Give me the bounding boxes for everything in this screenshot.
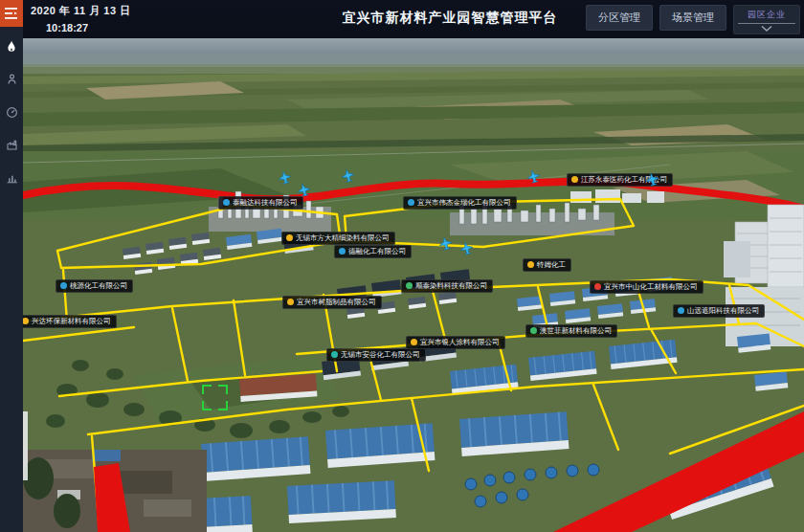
company-name: 宜兴市伟杰金瑞化工有限公司	[417, 198, 511, 207]
company-label[interactable]: 顺泰染料科技有限公司	[401, 279, 493, 293]
current-time: 10:18:27	[46, 22, 131, 33]
platform-title: 宜兴市新材料产业园智慧管理平台	[343, 10, 558, 27]
company-label[interactable]: 澳世菲新材料有限公司	[525, 324, 617, 338]
gauge-icon	[5, 105, 19, 120]
current-date: 2020 年 11 月 13 日	[31, 4, 131, 18]
company-name: 泰融达科技有限公司	[233, 198, 298, 207]
topbar-actions: 分区管理 场景管理 园区企业	[586, 5, 800, 34]
company-name: 宜兴市树脂制品有限公司	[297, 298, 376, 306]
company-label[interactable]: 山远遮阳科技有限公司	[673, 304, 765, 318]
park-enterprise-dropdown[interactable]: 园区企业	[733, 5, 800, 34]
company-label[interactable]: 无锡市安谷化工有限公司	[326, 348, 426, 362]
company-marker-icon	[60, 282, 67, 289]
company-label[interactable]: 桃源化工有限公司	[56, 279, 133, 293]
company-name: 桃源化工有限公司	[70, 281, 127, 290]
company-name: 特姆化工	[537, 260, 566, 269]
company-name: 宜兴市中山化工材料有限公司	[604, 282, 698, 291]
company-name: 宜兴市银人涂料有限公司	[420, 338, 500, 346]
company-marker-icon	[530, 327, 537, 334]
company-label[interactable]: 宜兴市银人涂料有限公司	[406, 336, 505, 349]
hamburger-icon	[5, 8, 18, 19]
scene-manage-button[interactable]: 场景管理	[659, 5, 726, 31]
company-name: 德融化工有限公司	[348, 247, 406, 255]
company-name: 顺泰染料科技有限公司	[415, 281, 487, 290]
flame-icon	[4, 38, 19, 55]
map-3d-view[interactable]: 泰融达科技有限公司宜兴市伟杰金瑞化工有限公司无锡市方大精细染料有限公司德融化工有…	[23, 38, 804, 532]
company-label[interactable]: 泰融达科技有限公司	[218, 196, 303, 210]
company-marker-icon	[223, 199, 230, 206]
company-label[interactable]: 德融化工有限公司	[334, 245, 412, 258]
sidebar	[0, 0, 23, 532]
menu-toggle-button[interactable]	[0, 0, 23, 27]
zone-manage-button[interactable]: 分区管理	[586, 5, 653, 31]
company-marker-icon	[286, 234, 293, 241]
company-marker-icon	[594, 283, 601, 290]
datetime-block: 2020 年 11 月 13 日 10:18:27	[31, 4, 131, 33]
company-name: 澳世菲新材料有限公司	[540, 326, 612, 335]
company-name: 无锡市安谷化工有限公司	[341, 350, 420, 359]
person-icon	[5, 72, 19, 87]
dropdown-divider	[738, 23, 795, 24]
factory-icon	[5, 138, 19, 152]
company-marker-icon	[678, 307, 684, 314]
company-marker-icon	[287, 299, 294, 305]
company-marker-icon	[339, 248, 346, 255]
company-marker-icon	[23, 318, 29, 324]
company-marker-icon	[411, 339, 417, 345]
company-label[interactable]: 宜兴市伟杰金瑞化工有限公司	[403, 196, 517, 210]
company-label[interactable]: 兴达环保新材料有限公司	[23, 315, 117, 328]
company-marker-icon	[408, 199, 414, 206]
dropdown-selected-value: 园区企业	[744, 8, 790, 23]
company-name: 山远遮阳科技有限公司	[687, 306, 759, 315]
company-marker-icon	[406, 282, 413, 289]
company-label[interactable]: 宜兴市树脂制品有限公司	[282, 296, 382, 309]
top-bar: 2020 年 11 月 13 日 10:18:27 宜兴市新材料产业园智慧管理平…	[23, 0, 804, 38]
company-marker-icon	[331, 351, 338, 358]
company-marker-icon	[527, 261, 534, 268]
sidebar-item-personnel[interactable]	[0, 67, 23, 92]
sidebar-item-monitor[interactable]	[0, 100, 23, 124]
company-name: 无锡市方大精细染料有限公司	[296, 233, 390, 242]
sidebar-item-enterprise[interactable]	[0, 132, 23, 157]
sidebar-item-alarm[interactable]	[0, 34, 23, 59]
company-label[interactable]: 无锡市方大精细染料有限公司	[281, 232, 395, 245]
chevron-down-icon	[760, 25, 773, 33]
company-marker-icon	[571, 176, 578, 183]
company-label[interactable]: 宜兴市中山化工材料有限公司	[590, 280, 704, 294]
company-label[interactable]: 特姆化工	[523, 258, 571, 272]
bar-chart-icon	[5, 170, 19, 185]
sidebar-item-statistics[interactable]	[0, 165, 23, 189]
company-name: 兴达环保新材料有限公司	[32, 317, 111, 325]
